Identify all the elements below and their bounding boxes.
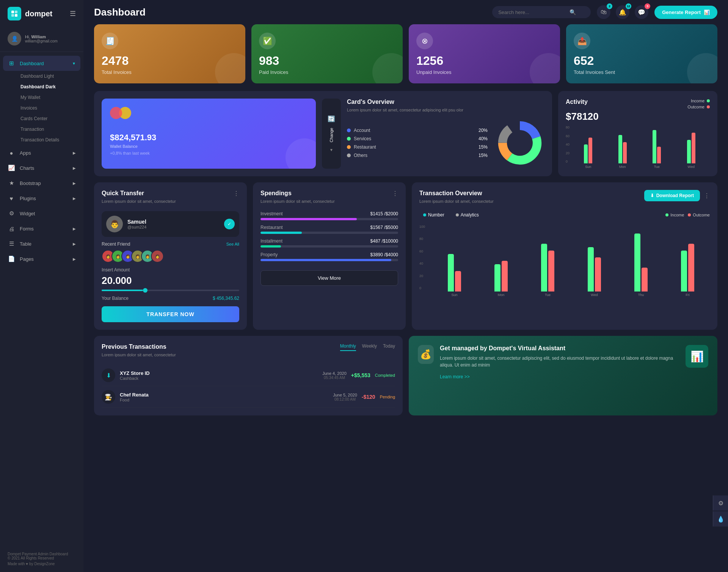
- wallet-balance: $824,571.93: [110, 133, 308, 143]
- submenu-cards-center[interactable]: Cards Center: [17, 113, 83, 124]
- pages-icon: 📄: [8, 255, 15, 263]
- nav-item-bootstrap[interactable]: ★ Bootstrap ▶: [0, 176, 83, 191]
- submenu-dashboard-light[interactable]: Dashboard Light: [17, 71, 83, 81]
- charts-arrow-icon: ▶: [73, 166, 76, 170]
- activity-bar-chart: [573, 125, 707, 163]
- view-more-button[interactable]: View More: [260, 270, 398, 286]
- sidebar-header: dompet ☰: [0, 0, 83, 27]
- submenu-dashboard-dark[interactable]: Dashboard Dark: [17, 81, 83, 92]
- y-0: 0: [419, 286, 430, 290]
- income-label-text: Income: [691, 99, 704, 103]
- prev-tx-title: Previous Transactions: [102, 343, 176, 350]
- change-button[interactable]: 🔄 Change ▼: [322, 99, 341, 169]
- nav-item-charts[interactable]: 📈 Charts ▶: [0, 160, 83, 176]
- property-progress: [260, 259, 398, 261]
- activity-title: Activity: [566, 99, 588, 105]
- income-legend: Income: [691, 99, 710, 103]
- y-80: 80: [419, 237, 430, 241]
- third-row: Previous Transactions Lorem ipsum dolor …: [94, 336, 717, 415]
- nav-item-forms[interactable]: 🖨 Forms ▶: [0, 221, 83, 236]
- download-report-button[interactable]: ⬇ Download Report: [644, 190, 700, 201]
- tx-row-1-type: Cashback: [120, 376, 318, 381]
- tx-label-sun: Sun: [432, 293, 477, 297]
- nav-item-pages[interactable]: 📄 Pages ▶: [0, 251, 83, 266]
- tx-row-1-time: 05:34:45 AM: [322, 376, 347, 380]
- submenu-my-wallet[interactable]: My Wallet: [17, 92, 83, 103]
- amount-slider[interactable]: [102, 290, 239, 291]
- spending-investment-amount: $1415 /$2000: [370, 211, 398, 216]
- apps-icon: ●: [8, 149, 15, 157]
- restaurant-progress: [260, 232, 398, 234]
- donut-legend: Account 20% Services 40% Restaurant: [347, 128, 488, 158]
- submenu-invoices[interactable]: Invoices: [17, 103, 83, 113]
- plugins-icon: ♥: [8, 194, 15, 202]
- see-all-link[interactable]: See All: [226, 242, 239, 246]
- tab-monthly[interactable]: Monthly: [340, 343, 356, 351]
- submenu-transaction-details[interactable]: Transaction Details: [17, 135, 83, 145]
- user-section: 👤 Hi, William william@gmail.com: [0, 27, 83, 52]
- tx-y-axis: 100 80 60 40 20 0: [419, 223, 430, 291]
- quick-transfer-card: Quick Transfer Lorem ipsum dolor sit ame…: [94, 182, 247, 330]
- transfer-user-handle: @sum224: [127, 225, 146, 229]
- main-overview-grid: $824,571.93 Wallet Balance +0,8% than la…: [94, 91, 717, 176]
- tx-label-wed: Wed: [572, 293, 617, 297]
- generate-report-button[interactable]: Generate Report 📊: [654, 6, 717, 19]
- spending-property-label: Property: [260, 252, 278, 257]
- mon-outcome-bar: [623, 142, 627, 163]
- content-area: 🧾 2478 Total Invoices ✅ 983 Paid Invoice…: [83, 24, 728, 426]
- investment-progress: [260, 218, 398, 220]
- tx-legend: Income Outcome: [665, 213, 710, 217]
- friend-6[interactable]: 👩: [151, 250, 164, 263]
- tx-bar-thu: [619, 234, 663, 291]
- balance-row: Your Balance $ 456,345.62: [102, 296, 239, 301]
- tx-bars-wrapper: Sun Mon Tue Wed Thu Fri: [432, 223, 710, 297]
- spendings-menu-icon[interactable]: ⋮: [392, 190, 398, 197]
- settings-float-button[interactable]: ⚙: [713, 495, 728, 511]
- wed-outcome-bar: [692, 133, 695, 163]
- transfer-user-card: 👨 Samuel @sum224 ✓: [102, 211, 239, 237]
- tx-row-2-name: Chef Renata: [120, 392, 328, 398]
- tab-today[interactable]: Today: [383, 343, 395, 351]
- stat-card-sent-invoices: 📤 652 Total Invoices Sent: [566, 24, 717, 83]
- nav-label-widget: Widget: [20, 211, 35, 216]
- nav-item-dashboard[interactable]: ⊞ Dashboard ▼: [3, 56, 80, 71]
- tx-bar-wed: [572, 247, 617, 291]
- tx-outcome-dot: [688, 213, 691, 216]
- search-input[interactable]: [498, 9, 566, 15]
- filter-number[interactable]: Number: [419, 211, 448, 219]
- nav-item-widget[interactable]: ⚙ Widget: [0, 206, 83, 221]
- amount-label: Insert Amount: [102, 267, 239, 273]
- tab-weekly[interactable]: Weekly: [362, 343, 377, 351]
- va-learn-more-link[interactable]: Learn more >>: [440, 374, 470, 379]
- transaction-overview-card: Transaction Overview Lorem ipsum dolor s…: [412, 182, 717, 330]
- filter-analytics[interactable]: Analytics: [452, 211, 483, 219]
- second-row: Quick Transfer Lorem ipsum dolor sit ame…: [94, 182, 717, 330]
- spending-restaurant-label: Restaurant: [260, 225, 283, 230]
- transfer-now-button[interactable]: TRANSFER NOW: [102, 306, 239, 322]
- generate-report-label: Generate Report: [662, 9, 701, 15]
- nav-item-apps[interactable]: ● Apps ▶: [0, 145, 83, 160]
- tx-label-fri: Fri: [665, 293, 710, 297]
- va-text: Get managed by Dompet's Virtual Assistan…: [440, 345, 679, 380]
- tx-row-2-date: June 5, 2020: [333, 393, 357, 397]
- va-icon: 💰: [418, 345, 434, 364]
- bag-icon-badge[interactable]: 🛍 2: [597, 5, 610, 19]
- submenu-transaction[interactable]: Transaction: [17, 124, 83, 135]
- tx-wed-income: [588, 247, 594, 291]
- nav-item-plugins[interactable]: ♥ Plugins ▶: [0, 191, 83, 206]
- bag-badge: 2: [607, 3, 612, 9]
- water-float-button[interactable]: 💧: [713, 511, 728, 527]
- hamburger-icon[interactable]: ☰: [70, 9, 76, 18]
- chart-icon: 📊: [704, 9, 710, 15]
- bell-icon-badge[interactable]: 🔔 12: [616, 5, 629, 19]
- investment-fill: [260, 218, 357, 220]
- nav-item-table[interactable]: ☰ Table ▶: [0, 236, 83, 251]
- transfer-user-avatar: 👨: [106, 216, 123, 232]
- bootstrap-arrow-icon: ▶: [73, 181, 76, 185]
- quick-transfer-menu-icon[interactable]: ⋮: [233, 190, 239, 197]
- tx-bar-chart: [432, 223, 710, 291]
- spending-property: Property $3890 /$4000: [260, 252, 398, 261]
- svg-rect-1: [15, 11, 17, 13]
- tx-overview-menu-icon[interactable]: ⋮: [704, 192, 710, 199]
- chat-icon-badge[interactable]: 💬 5: [635, 5, 648, 19]
